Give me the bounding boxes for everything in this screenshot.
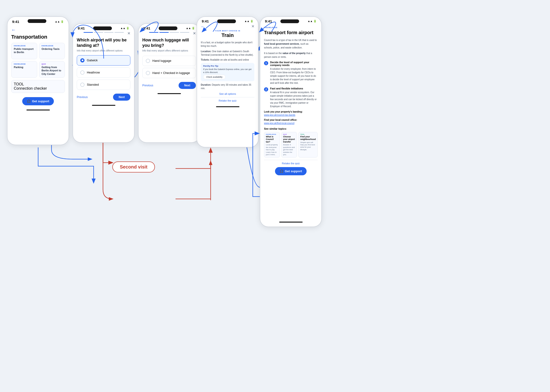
phone2-time: 9:41 bbox=[78, 26, 85, 30]
quiz-title-3: How much luggage will you bring? bbox=[142, 37, 196, 49]
section-1-title: Decide the level of support your company… bbox=[270, 61, 318, 66]
menu-card-knowledge-berlin[interactable]: KNOWLEDGE Public transport in Berlin bbox=[11, 43, 37, 59]
sim-tag-2: TOOL bbox=[300, 134, 316, 135]
next-button-2[interactable]: Next bbox=[113, 94, 130, 101]
retake-quiz-link-5[interactable]: Retake the quiz bbox=[264, 162, 318, 165]
phone4-home-indicator bbox=[216, 106, 239, 107]
section-2-badge: 2 bbox=[264, 87, 268, 91]
option-heathrow-label: Heathrow bbox=[87, 71, 100, 74]
similar-title: See similar topics: bbox=[264, 127, 318, 130]
phone5-time: 9:41 bbox=[265, 19, 272, 23]
phone1-frame: 9:41 ▲▲ 🔋 ← Transportation KNOWLEDGE Pub… bbox=[7, 16, 69, 145]
quiz-subtitle-2: Info that every airport offers different… bbox=[77, 49, 130, 52]
duration-label: Duration: bbox=[201, 84, 211, 86]
sim-name-0: What is Council tax? bbox=[266, 135, 278, 143]
phone5-home-indicator bbox=[279, 222, 303, 223]
radio-hand-icon bbox=[146, 59, 150, 63]
phone2-frame: 9:41 ▲▲ 🔋 ✕ Which airport will you be la… bbox=[73, 23, 135, 143]
phone4-time: 9:41 bbox=[202, 19, 209, 23]
see-all-options-link[interactable]: See all options bbox=[201, 92, 254, 95]
pro-tip-label: Perchy Pro Tip: bbox=[203, 65, 252, 67]
radio-gatwick-icon bbox=[80, 58, 84, 63]
progress-dot-3-2 bbox=[159, 32, 169, 33]
tickets-text: Available on-site at booths and online bbox=[210, 58, 249, 61]
nav-buttons-3: Previous Next bbox=[142, 82, 196, 89]
option-hand-luggage[interactable]: Hand luggage bbox=[142, 56, 196, 66]
banding-url[interactable]: www.gov.uk/council-tax-bands bbox=[264, 114, 318, 116]
phone5-status-bar: 9:41 ▲▲ 🔋 bbox=[260, 17, 321, 24]
retake-quiz-link-4[interactable]: Retake the quiz bbox=[201, 99, 254, 102]
knowledge-tag-5: KNOWLEDGE bbox=[264, 27, 318, 28]
sim-card-0[interactable]: KNOWLEDGE What is Council tax? Local pro… bbox=[264, 132, 280, 158]
section-2-body: A natural fit in your vendor ecosystem. … bbox=[270, 91, 318, 108]
next-button-3[interactable]: Next bbox=[179, 82, 196, 89]
card-title-3: Getting from Berlin Airport to City Cent… bbox=[42, 65, 63, 76]
phone3-status-icons: ▲▲ 🔋 bbox=[186, 27, 195, 30]
back-button[interactable]: ← bbox=[11, 27, 65, 33]
option-stansted[interactable]: Stansted bbox=[77, 80, 130, 90]
option-hand-label: Hand luggage bbox=[152, 59, 171, 63]
close-button-4[interactable]: ✕ bbox=[251, 24, 254, 28]
article-body-2: It is based on the value of the property… bbox=[264, 51, 318, 59]
option-gatwick-label: Gatwick bbox=[87, 58, 97, 62]
option-gatwick[interactable]: Gatwick bbox=[77, 55, 130, 65]
progress-dot-1 bbox=[84, 32, 93, 33]
tickets-label: Tickets: bbox=[201, 58, 210, 61]
council-url[interactable]: www.gov.uk/find-local-council bbox=[264, 122, 318, 125]
close-button-2[interactable]: ✕ bbox=[127, 31, 130, 35]
quiz-subtitle-3: Info that every airport offers different… bbox=[142, 49, 196, 52]
radio-stansted-icon bbox=[80, 83, 84, 87]
sim-desc-0: Local property tax everyone has to pay. … bbox=[266, 144, 278, 156]
menu-card-knowledge-parking[interactable]: KNOWLEDGE Parking bbox=[11, 61, 37, 78]
page-title: Transportation bbox=[11, 34, 65, 40]
close-button-3[interactable]: ✕ bbox=[193, 31, 196, 35]
sim-card-1[interactable]: QUIZ Choose your airport transfer Answer… bbox=[281, 132, 297, 158]
option-heathrow[interactable]: Heathrow bbox=[77, 67, 130, 78]
section-1-body: A solution for every employee; from inte… bbox=[270, 67, 318, 85]
phone1-time: 9:41 bbox=[12, 20, 19, 24]
sim-tag-0: KNOWLEDGE bbox=[266, 134, 278, 135]
menu-card-quiz-berlin[interactable]: QUIZ Getting from Berlin Airport to City… bbox=[39, 61, 65, 78]
phone3-status-bar: 9:41 ▲▲ 🔋 bbox=[139, 24, 200, 31]
menu-grid: KNOWLEDGE Public transport in Berlin KNO… bbox=[11, 43, 65, 78]
phone3-home-indicator bbox=[158, 93, 181, 94]
radio-checked-icon bbox=[146, 71, 150, 75]
option-stansted-label: Stansted bbox=[87, 83, 99, 86]
get-support-label-5: Get support bbox=[285, 169, 302, 173]
second-visit-badge: Second visit bbox=[112, 161, 155, 173]
phone2-home-indicator bbox=[92, 105, 115, 106]
prev-button-3[interactable]: Previous bbox=[142, 84, 153, 87]
nav-buttons-2: Previous Next bbox=[77, 94, 130, 101]
card-title-0: Public transport in Berlin bbox=[14, 47, 35, 54]
sim-tag-1: QUIZ bbox=[283, 134, 295, 135]
check-availability-button[interactable]: Check availability bbox=[203, 75, 226, 79]
council-label: Find your local council office: bbox=[264, 119, 318, 121]
menu-card-knowledge-taxis[interactable]: KNOWLEDGE Ordering Taxis bbox=[39, 43, 65, 59]
get-support-label: Get support bbox=[32, 99, 49, 103]
option-checked-luggage[interactable]: Hand + Checked in luggage bbox=[142, 68, 196, 78]
divider-4 bbox=[201, 97, 254, 97]
progress-dot-3-4 bbox=[180, 32, 189, 33]
divider-5 bbox=[264, 160, 318, 160]
get-support-button-5[interactable]: 🎧 Get support bbox=[275, 167, 307, 175]
progress-dot-4 bbox=[114, 32, 124, 33]
get-support-icon-5: 🎧 bbox=[280, 169, 283, 173]
result-duration: Duration: Departs very 30 minutes and ta… bbox=[201, 83, 254, 90]
location-label: Location: bbox=[201, 50, 211, 53]
second-visit-label: Second visit bbox=[120, 164, 147, 169]
sim-desc-1: Answer 4 questions and get the best solu… bbox=[283, 144, 295, 156]
section-1: 1 Decide the level of support your compa… bbox=[264, 61, 318, 85]
prev-button-2[interactable]: Previous bbox=[77, 96, 88, 99]
get-support-button-1[interactable]: 🎧 Get support bbox=[22, 97, 54, 105]
radio-heathrow-icon bbox=[80, 70, 84, 75]
progress-indicator bbox=[77, 32, 130, 33]
sim-card-2[interactable]: TOOL Find your neighbourhood Simple quiz… bbox=[298, 132, 318, 158]
phone1-status-bar: 9:41 ▲▲ 🔋 bbox=[7, 17, 69, 25]
tool-card-connection[interactable]: TOOL Connection checker bbox=[11, 80, 65, 93]
phone1-status-icons: ▲▲ 🔋 bbox=[55, 20, 64, 23]
back-button-4[interactable]: ← bbox=[201, 25, 205, 29]
sim-name-1: Choose your airport transfer bbox=[283, 135, 295, 143]
card-tag-2: KNOWLEDGE bbox=[14, 63, 35, 65]
pro-tip-box: Perchy Pro Tip: If you book the Gatwick … bbox=[201, 63, 254, 81]
phone3-time: 9:41 bbox=[143, 26, 150, 30]
